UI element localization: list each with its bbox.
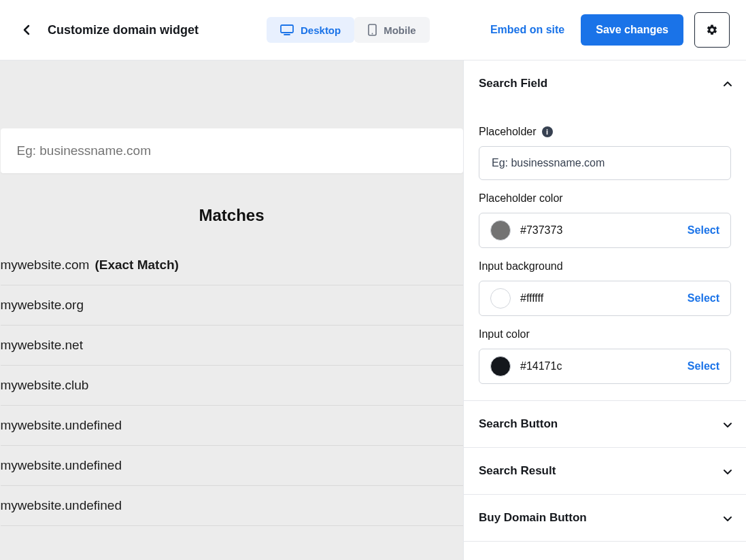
embed-link[interactable]: Embed on site xyxy=(490,24,564,36)
preview-area: Matches mywebsite.com(Exact Match)mywebs… xyxy=(0,60,463,560)
select-color-link[interactable]: Select xyxy=(688,292,719,304)
color-value: #737373 xyxy=(520,224,678,237)
result-domain: mywebsite.com xyxy=(1,258,90,273)
mobile-tab[interactable]: Mobile xyxy=(354,17,430,43)
chevron-up-icon xyxy=(723,80,731,88)
mobile-tab-label: Mobile xyxy=(384,24,416,36)
svg-rect-0 xyxy=(281,25,293,33)
section-buy-button[interactable]: Buy Domain Button xyxy=(464,495,746,542)
mobile-icon xyxy=(368,24,377,36)
svg-point-2 xyxy=(372,33,373,35)
input-color-row[interactable]: #14171c Select xyxy=(479,349,731,384)
chevron-down-icon xyxy=(723,420,731,428)
select-color-link[interactable]: Select xyxy=(688,360,719,372)
chevron-down-icon xyxy=(723,467,731,475)
domain-search-input[interactable] xyxy=(1,128,463,173)
desktop-tab-label: Desktop xyxy=(301,24,341,36)
input-bg-row[interactable]: #ffffff Select xyxy=(479,281,731,316)
exact-match-badge: (Exact Match) xyxy=(95,258,179,273)
result-domain: mywebsite.net xyxy=(1,338,83,353)
settings-panel: Search Field Placeholder i Placeholder c… xyxy=(463,60,746,560)
color-swatch xyxy=(490,356,511,377)
gear-icon xyxy=(706,24,718,36)
section-title: Search Field xyxy=(479,77,547,90)
section-search-button[interactable]: Search Button xyxy=(464,401,746,448)
input-bg-label: Input background xyxy=(479,260,731,273)
back-button[interactable] xyxy=(16,20,37,40)
section-title: Buy Domain Button xyxy=(479,511,587,525)
section-search-result[interactable]: Search Result xyxy=(464,448,746,495)
result-row[interactable]: mywebsite.net xyxy=(1,326,463,366)
color-value: #14171c xyxy=(520,360,678,372)
info-icon: i xyxy=(542,126,553,137)
placeholder-color-label: Placeholder color xyxy=(479,192,731,205)
section-title: Search Result xyxy=(479,464,556,478)
result-domain: mywebsite.org xyxy=(1,298,84,313)
result-domain: mywebsite.undefined xyxy=(1,458,122,473)
result-row[interactable]: mywebsite.undefined xyxy=(1,406,463,446)
header: Customize domain widget Desktop Mobile E… xyxy=(0,0,746,60)
view-toggle: Desktop Mobile xyxy=(267,17,430,43)
placeholder-color-row[interactable]: #737373 Select xyxy=(479,213,731,248)
matches-heading: Matches xyxy=(1,206,463,225)
placeholder-input[interactable] xyxy=(479,146,731,180)
save-button[interactable]: Save changes xyxy=(581,14,683,46)
select-color-link[interactable]: Select xyxy=(688,224,719,237)
section-search-field-body: Placeholder i Placeholder color #737373 … xyxy=(464,107,746,401)
result-domain: mywebsite.club xyxy=(1,378,89,393)
chevron-down-icon xyxy=(723,514,731,522)
color-value: #ffffff xyxy=(520,292,678,304)
result-domain: mywebsite.undefined xyxy=(1,498,122,513)
result-row[interactable]: mywebsite.org xyxy=(1,285,463,326)
results-list: mywebsite.com(Exact Match)mywebsite.orgm… xyxy=(1,245,463,526)
result-row[interactable]: mywebsite.undefined xyxy=(1,486,463,526)
desktop-icon xyxy=(280,24,294,35)
placeholder-label: Placeholder i xyxy=(479,126,731,138)
section-title: Search Button xyxy=(479,417,558,431)
result-row[interactable]: mywebsite.club xyxy=(1,366,463,406)
section-search-field-header[interactable]: Search Field xyxy=(464,60,746,107)
desktop-tab[interactable]: Desktop xyxy=(267,17,354,43)
result-domain: mywebsite.undefined xyxy=(1,418,122,433)
result-row[interactable]: mywebsite.undefined xyxy=(1,446,463,486)
settings-button[interactable] xyxy=(694,12,730,48)
color-swatch xyxy=(490,220,511,241)
color-swatch xyxy=(490,288,511,309)
page-title: Customize domain widget xyxy=(48,23,199,37)
input-color-label: Input color xyxy=(479,328,731,340)
result-row[interactable]: mywebsite.com(Exact Match) xyxy=(1,245,463,285)
